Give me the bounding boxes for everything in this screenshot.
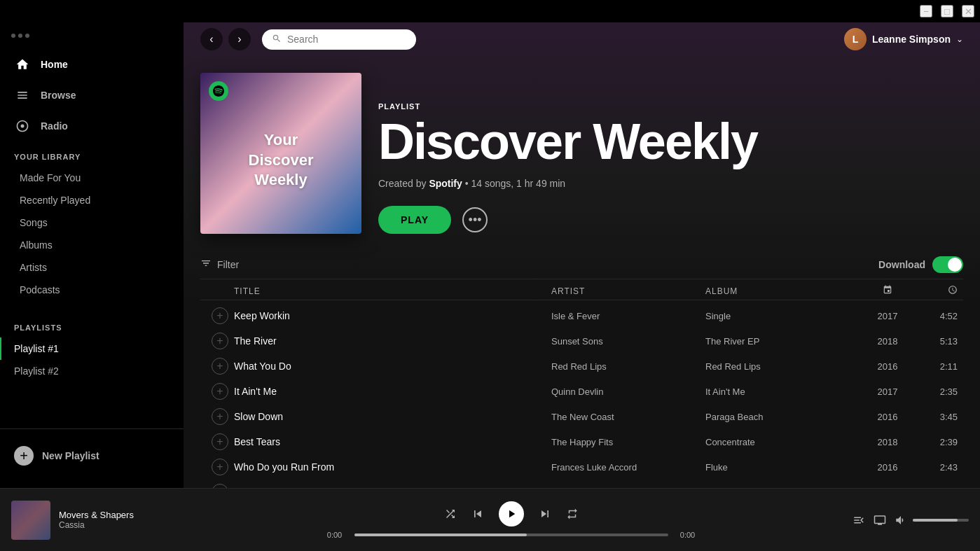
filter-area: Filter bbox=[200, 258, 239, 272]
current-time: 0:00 bbox=[322, 531, 347, 539]
sidebar-item-recently-played[interactable]: Recently Played bbox=[6, 189, 178, 211]
maximize-button[interactable]: □ bbox=[941, 5, 953, 18]
track-artist: Quinn Devlin bbox=[551, 386, 705, 397]
track-row[interactable]: + Best Tears The Happy Fits Concentrate … bbox=[200, 429, 963, 454]
track-artist: The New Coast bbox=[551, 412, 705, 422]
playlist-actions: PLAY ••• bbox=[378, 206, 963, 234]
column-duration-icon bbox=[916, 285, 958, 297]
devices-button[interactable] bbox=[874, 514, 886, 526]
previous-button[interactable] bbox=[471, 507, 485, 521]
track-duration: 5:13 bbox=[916, 336, 958, 347]
download-toggle[interactable] bbox=[932, 256, 963, 273]
track-row[interactable]: + Slow Down The New Coast Paraga Beach 2… bbox=[200, 404, 963, 429]
track-row[interactable]: + Keep Workin Isle & Fever Single 2017 4… bbox=[200, 303, 963, 328]
sidebar-item-albums[interactable]: Albums bbox=[6, 234, 178, 256]
spotify-logo bbox=[209, 81, 228, 101]
track-add-button[interactable]: + bbox=[212, 433, 228, 450]
sidebar: Home Browse Radio YOUR LIBRARY Made For … bbox=[0, 22, 184, 488]
sidebar-playlist-1[interactable]: Playlist #1 bbox=[0, 337, 184, 360]
more-options-button[interactable]: ••• bbox=[462, 207, 488, 232]
browse-icon bbox=[14, 87, 31, 104]
track-add-button[interactable]: + bbox=[212, 358, 228, 375]
track-row[interactable]: + It Ain't Me Quinn Devlin It Ain't Me 2… bbox=[200, 379, 963, 404]
sidebar-bottom: + New Playlist bbox=[0, 428, 184, 482]
sidebar-item-radio[interactable]: Radio bbox=[6, 111, 178, 141]
forward-button[interactable]: › bbox=[228, 28, 251, 50]
home-icon bbox=[14, 56, 31, 73]
track-artist: The Happy Fits bbox=[551, 437, 705, 447]
track-year: 2016 bbox=[860, 462, 916, 473]
title-bar: − □ ✕ bbox=[0, 0, 980, 22]
next-button[interactable] bbox=[538, 507, 552, 521]
track-year: 2016 bbox=[860, 361, 916, 372]
playlist-title: Discover Weekly bbox=[378, 116, 963, 167]
spotify-link[interactable]: Spotify bbox=[429, 178, 462, 189]
track-add-button[interactable]: + bbox=[212, 408, 228, 425]
column-date-icon bbox=[860, 285, 916, 297]
sidebar-item-browse[interactable]: Browse bbox=[6, 80, 178, 111]
progress-track[interactable] bbox=[354, 533, 668, 536]
library-nav: Made For You Recently Played Songs Album… bbox=[0, 167, 184, 301]
volume-track[interactable] bbox=[913, 519, 969, 522]
now-playing-info: Movers & Shapers Cassia bbox=[59, 510, 207, 530]
now-playing: Movers & Shapers Cassia bbox=[11, 501, 207, 540]
your-library-label: YOUR LIBRARY bbox=[0, 141, 184, 167]
track-year: 2017 bbox=[860, 311, 916, 321]
sidebar-item-browse-label: Browse bbox=[41, 90, 76, 101]
queue-button[interactable] bbox=[853, 514, 865, 526]
user-chevron-icon[interactable]: ⌄ bbox=[956, 34, 963, 44]
player-right bbox=[815, 514, 969, 526]
track-title: It Ain't Me bbox=[234, 386, 551, 397]
sidebar-item-songs[interactable]: Songs bbox=[6, 211, 178, 234]
search-icon bbox=[272, 34, 282, 46]
radio-icon bbox=[14, 118, 31, 134]
track-row[interactable]: + What You Do Red Red Lips Red Red Lips … bbox=[200, 354, 963, 379]
play-button[interactable]: PLAY bbox=[378, 206, 451, 234]
track-album: Paraga Beach bbox=[705, 412, 860, 422]
track-row[interactable]: + Who Do you Run From Frances Luke Accor… bbox=[200, 454, 963, 480]
sidebar-playlist-2[interactable]: Playlist #2 bbox=[0, 360, 184, 382]
repeat-button[interactable] bbox=[566, 508, 579, 520]
player-bar: Movers & Shapers Cassia 0:00 bbox=[0, 488, 980, 551]
sidebar-item-home-label: Home bbox=[41, 59, 68, 70]
track-title: Who Do you Run From bbox=[234, 461, 551, 473]
track-add-button[interactable]: + bbox=[212, 307, 228, 324]
sidebar-item-home[interactable]: Home bbox=[6, 49, 178, 80]
sidebar-item-radio-label: Radio bbox=[41, 120, 68, 132]
close-button[interactable]: ✕ bbox=[962, 5, 974, 18]
plus-circle-icon: + bbox=[14, 446, 34, 466]
track-title: Slow Down bbox=[234, 411, 551, 422]
new-playlist-button[interactable]: + New Playlist bbox=[8, 440, 175, 471]
track-add-button[interactable]: + bbox=[212, 383, 228, 400]
track-duration: 2:11 bbox=[916, 361, 958, 372]
user-name: Leanne Simpson bbox=[872, 34, 951, 45]
svg-point-0 bbox=[21, 125, 25, 128]
dot-3 bbox=[25, 34, 29, 38]
track-year: 2018 bbox=[860, 336, 916, 347]
playlist-type-label: PLAYLIST bbox=[378, 102, 963, 111]
column-title: TITLE bbox=[234, 286, 551, 296]
play-pause-button[interactable] bbox=[499, 501, 524, 526]
track-title: The River bbox=[234, 335, 551, 347]
track-add-button[interactable]: + bbox=[212, 459, 228, 475]
track-artist: Red Red Lips bbox=[551, 361, 705, 372]
volume-button[interactable] bbox=[895, 514, 907, 526]
sidebar-item-made-for-you[interactable]: Made For You bbox=[6, 167, 178, 189]
track-row[interactable]: + Forever Summer Broken Halos Forever Su… bbox=[200, 480, 963, 488]
download-area: Download bbox=[878, 256, 963, 273]
track-album: It Ain't Me bbox=[705, 386, 860, 397]
main-content: ‹ › L Leanne Simpson ⌄ bbox=[184, 22, 980, 488]
track-row[interactable]: + The River Sunset Sons The River EP 201… bbox=[200, 328, 963, 354]
minimize-button[interactable]: − bbox=[920, 5, 932, 18]
track-title: Keep Workin bbox=[234, 310, 551, 321]
sidebar-item-podcasts[interactable]: Podcasts bbox=[6, 279, 178, 301]
shuffle-button[interactable] bbox=[444, 508, 457, 520]
track-add-button[interactable]: + bbox=[212, 333, 228, 349]
search-input[interactable] bbox=[287, 34, 406, 45]
top-nav: ‹ › L Leanne Simpson ⌄ bbox=[184, 22, 980, 56]
download-label: Download bbox=[878, 259, 925, 270]
back-button[interactable]: ‹ bbox=[200, 28, 223, 50]
sidebar-item-artists[interactable]: Artists bbox=[6, 256, 178, 279]
dot-1 bbox=[11, 34, 15, 38]
column-album: ALBUM bbox=[705, 286, 860, 296]
